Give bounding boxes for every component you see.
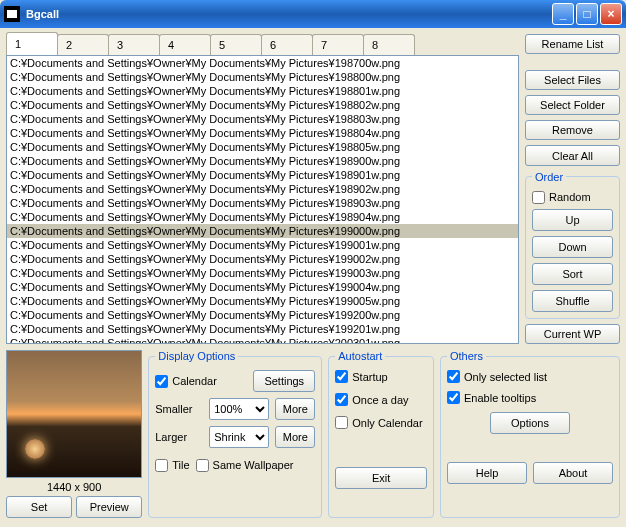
window-title: Bgcall [26, 8, 552, 20]
list-item[interactable]: C:¥Documents and Settings¥Owner¥My Docum… [7, 252, 518, 266]
select-files-button[interactable]: Select Files [525, 70, 620, 90]
once-a-day-checkbox[interactable]: Once a day [335, 393, 427, 406]
list-item[interactable]: C:¥Documents and Settings¥Owner¥My Docum… [7, 112, 518, 126]
rename-list-button[interactable]: Rename List [525, 34, 620, 54]
shuffle-button[interactable]: Shuffle [532, 290, 613, 312]
list-item[interactable]: C:¥Documents and Settings¥Owner¥My Docum… [7, 280, 518, 294]
tab-8[interactable]: 8 [363, 34, 415, 55]
select-folder-button[interactable]: Select Folder [525, 95, 620, 115]
same-wallpaper-checkbox[interactable]: Same Wallpaper [196, 459, 294, 472]
tab-3[interactable]: 3 [108, 34, 160, 55]
list-item[interactable]: C:¥Documents and Settings¥Owner¥My Docum… [7, 168, 518, 182]
minimize-button[interactable]: _ [552, 3, 574, 25]
smaller-label: Smaller [155, 403, 203, 415]
exit-button[interactable]: Exit [335, 467, 427, 489]
up-button[interactable]: Up [532, 209, 613, 231]
startup-checkbox[interactable]: Startup [335, 370, 427, 383]
list-item[interactable]: C:¥Documents and Settings¥Owner¥My Docum… [7, 140, 518, 154]
only-selected-checkbox[interactable]: Only selected list [447, 370, 613, 383]
list-item[interactable]: C:¥Documents and Settings¥Owner¥My Docum… [7, 224, 518, 238]
list-item[interactable]: C:¥Documents and Settings¥Owner¥My Docum… [7, 336, 518, 344]
about-button[interactable]: About [533, 462, 613, 484]
autostart-group: Autostart Startup Once a day Only Calend… [328, 350, 434, 518]
list-item[interactable]: C:¥Documents and Settings¥Owner¥My Docum… [7, 70, 518, 84]
sort-button[interactable]: Sort [532, 263, 613, 285]
smaller-more-button[interactable]: More [275, 398, 315, 420]
tab-1[interactable]: 1 [6, 32, 58, 55]
list-item[interactable]: C:¥Documents and Settings¥Owner¥My Docum… [7, 84, 518, 98]
close-button[interactable]: × [600, 3, 622, 25]
remove-button[interactable]: Remove [525, 120, 620, 140]
autostart-legend: Autostart [335, 350, 385, 362]
list-item[interactable]: C:¥Documents and Settings¥Owner¥My Docum… [7, 98, 518, 112]
list-item[interactable]: C:¥Documents and Settings¥Owner¥My Docum… [7, 322, 518, 336]
list-item[interactable]: C:¥Documents and Settings¥Owner¥My Docum… [7, 126, 518, 140]
smaller-select[interactable]: 100% [209, 398, 269, 420]
tab-4[interactable]: 4 [159, 34, 211, 55]
larger-more-button[interactable]: More [275, 426, 315, 448]
current-wp-button[interactable]: Current WP [525, 324, 620, 344]
others-legend: Others [447, 350, 486, 362]
preview-image [6, 350, 142, 478]
larger-select[interactable]: Shrink [209, 426, 269, 448]
list-item[interactable]: C:¥Documents and Settings¥Owner¥My Docum… [7, 154, 518, 168]
titlebar: Bgcall _ □ × [0, 0, 626, 28]
file-list[interactable]: C:¥Documents and Settings¥Owner¥My Docum… [6, 55, 519, 344]
list-item[interactable]: C:¥Documents and Settings¥Owner¥My Docum… [7, 308, 518, 322]
order-legend: Order [532, 171, 566, 183]
tab-7[interactable]: 7 [312, 34, 364, 55]
settings-button[interactable]: Settings [253, 370, 315, 392]
list-item[interactable]: C:¥Documents and Settings¥Owner¥My Docum… [7, 210, 518, 224]
tab-2[interactable]: 2 [57, 34, 109, 55]
list-item[interactable]: C:¥Documents and Settings¥Owner¥My Docum… [7, 266, 518, 280]
list-item[interactable]: C:¥Documents and Settings¥Owner¥My Docum… [7, 182, 518, 196]
down-button[interactable]: Down [532, 236, 613, 258]
preview-button[interactable]: Preview [76, 496, 142, 518]
list-item[interactable]: C:¥Documents and Settings¥Owner¥My Docum… [7, 238, 518, 252]
only-calendar-checkbox[interactable]: Only Calendar [335, 416, 427, 429]
order-group: Order Random Up Down Sort Shuffle [525, 171, 620, 319]
larger-label: Larger [155, 431, 203, 443]
others-group: Others Only selected list Enable tooltip… [440, 350, 620, 518]
clear-all-button[interactable]: Clear All [525, 145, 620, 165]
tab-6[interactable]: 6 [261, 34, 313, 55]
list-item[interactable]: C:¥Documents and Settings¥Owner¥My Docum… [7, 294, 518, 308]
app-icon [4, 6, 20, 22]
list-item[interactable]: C:¥Documents and Settings¥Owner¥My Docum… [7, 196, 518, 210]
set-button[interactable]: Set [6, 496, 72, 518]
preview-dimensions: 1440 x 900 [6, 481, 142, 493]
display-options-group: Display Options Calendar Settings Smalle… [148, 350, 322, 518]
tile-checkbox[interactable]: Tile [155, 459, 189, 472]
tab-5[interactable]: 5 [210, 34, 262, 55]
maximize-button[interactable]: □ [576, 3, 598, 25]
help-button[interactable]: Help [447, 462, 527, 484]
list-item[interactable]: C:¥Documents and Settings¥Owner¥My Docum… [7, 56, 518, 70]
random-checkbox[interactable]: Random [532, 191, 613, 204]
tooltips-checkbox[interactable]: Enable tooltips [447, 391, 613, 404]
options-button[interactable]: Options [490, 412, 570, 434]
display-legend: Display Options [155, 350, 238, 362]
calendar-checkbox[interactable]: Calendar [155, 375, 217, 388]
tab-strip: 12345678 [6, 34, 519, 55]
